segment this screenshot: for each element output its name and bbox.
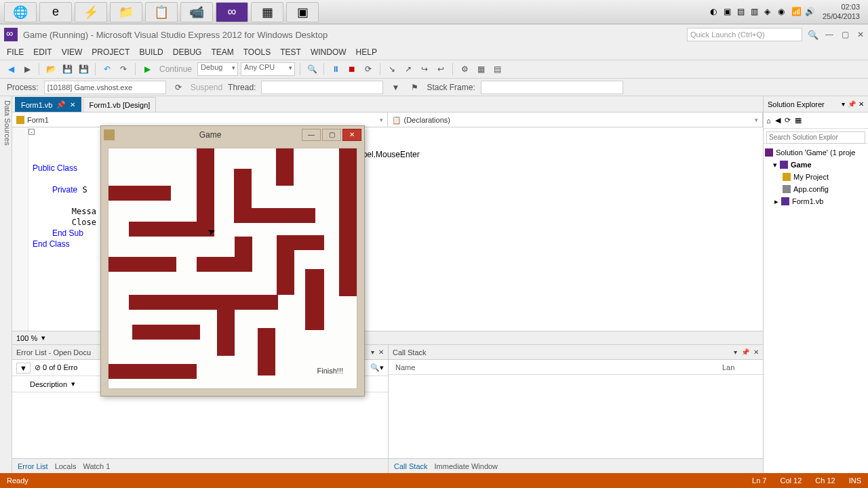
step-icon[interactable]: ↗ <box>401 62 415 76</box>
maze-wall[interactable] <box>234 169 252 208</box>
cycle-icon[interactable]: ⟳ <box>172 81 185 94</box>
process-combo[interactable]: [10188] Game.vshost.exe <box>44 81 166 94</box>
error-count[interactable]: ⊘ 0 of 0 Erro <box>35 363 77 372</box>
close-icon[interactable]: ✕ <box>859 100 864 108</box>
stop-icon[interactable]: ⏹ <box>345 62 359 76</box>
close-button[interactable]: ✕ <box>342 129 361 141</box>
nav-fwd-icon[interactable]: ▶ <box>20 62 34 76</box>
close-icon[interactable]: ✕ <box>70 101 75 108</box>
saveall-icon[interactable]: 💾 <box>77 62 90 76</box>
dropdown-icon[interactable]: ▾ <box>842 100 845 108</box>
step-icon[interactable]: ↪ <box>418 62 431 76</box>
game-titlebar[interactable]: Game — ▢ ✕ <box>101 126 364 144</box>
menu-debug[interactable]: DEBUG <box>173 47 202 57</box>
taskbar-chrome-icon[interactable]: 🌐 <box>4 2 37 22</box>
pin-icon[interactable]: 📌 <box>56 100 66 109</box>
menu-build[interactable]: BUILD <box>139 47 163 57</box>
maze-wall[interactable] <box>234 208 315 223</box>
finish-label[interactable]: Finish!!! <box>317 367 343 375</box>
stackframe-combo[interactable] <box>481 81 623 94</box>
maze-wall[interactable] <box>129 222 214 237</box>
maze-wall[interactable] <box>217 295 235 356</box>
menu-help[interactable]: HELP <box>356 47 377 57</box>
tray-icon[interactable]: ▣ <box>724 7 734 18</box>
maze-wall[interactable] <box>258 328 275 375</box>
menu-project[interactable]: PROJECT <box>92 47 130 57</box>
dropdown-icon[interactable]: ▾ <box>371 348 374 356</box>
zoom-value[interactable]: 100 % <box>16 334 37 342</box>
maze-wall[interactable] <box>339 148 357 296</box>
close-icon[interactable]: ✕ <box>753 348 759 356</box>
thread-combo[interactable] <box>261 81 383 94</box>
maze-wall[interactable] <box>235 237 252 272</box>
taskbar-camera-icon[interactable]: 📹 <box>180 2 213 22</box>
restart-icon[interactable]: ⟳ <box>361 62 375 76</box>
filter-icon[interactable]: ▼ <box>16 363 31 373</box>
taskbar-vs-icon[interactable]: ∞ <box>216 2 248 22</box>
left-toolwindow-tab[interactable]: Data Sources <box>0 96 12 473</box>
menu-edit[interactable]: EDIT <box>33 47 52 57</box>
dropdown-icon[interactable]: ▾ <box>41 333 45 342</box>
find-icon[interactable]: 🔍 <box>305 62 319 76</box>
pin-icon[interactable]: 📌 <box>848 100 856 108</box>
pause-icon[interactable]: ⏸ <box>329 62 342 76</box>
solution-search-input[interactable] <box>766 131 865 144</box>
menu-view[interactable]: VIEW <box>62 47 83 57</box>
minimize-button[interactable]: — <box>302 129 321 141</box>
menu-team[interactable]: TEAM <box>211 47 233 57</box>
game-surface[interactable]: Finish!!! ➤ <box>108 148 357 389</box>
maze-wall[interactable] <box>276 148 294 186</box>
taskbar-game-icon[interactable]: ▣ <box>286 2 319 22</box>
outline-toggle[interactable]: - <box>28 129 35 139</box>
maze-wall[interactable] <box>305 269 324 330</box>
tray-icon[interactable]: ▤ <box>737 7 748 18</box>
back-icon[interactable]: ◀ <box>775 116 781 125</box>
dropdown-icon[interactable]: ▾ <box>734 348 737 356</box>
redo-icon[interactable]: ↷ <box>117 62 130 76</box>
taskbar-notes-icon[interactable]: 📋 <box>145 2 178 22</box>
tab-form1-design[interactable]: Form1.vb [Design] <box>83 97 156 112</box>
tab-callstack[interactable]: Call Stack <box>394 462 428 470</box>
tab-immediate[interactable]: Immediate Window <box>435 462 498 470</box>
menu-file[interactable]: FILE <box>7 47 24 57</box>
open-icon[interactable]: 📂 <box>44 62 58 76</box>
quick-launch-input[interactable]: Quick Launch (Ctrl+Q) <box>687 28 802 41</box>
expand-icon[interactable]: ▸ <box>774 197 778 206</box>
game-window[interactable]: Game — ▢ ✕ Finish!!! ➤ <box>100 125 365 396</box>
solution-tree[interactable]: Solution 'Game' (1 proje ▾Game My Projec… <box>764 144 868 473</box>
tool-icon[interactable]: ▤ <box>490 62 504 76</box>
maze-wall[interactable] <box>108 186 171 201</box>
pin-icon[interactable]: 📌 <box>741 348 749 356</box>
maximize-button[interactable]: ▢ <box>842 30 849 39</box>
tool-icon[interactable]: ⚙ <box>458 62 471 76</box>
maze-wall[interactable] <box>129 295 278 310</box>
flag-icon[interactable]: ⚑ <box>408 81 421 94</box>
search-errors[interactable]: 🔍▾ <box>370 363 384 372</box>
tab-form1-vb[interactable]: Form1.vb 📌 ✕ <box>15 97 81 112</box>
taskbar-ie-icon[interactable]: e <box>39 2 72 22</box>
maze-wall[interactable] <box>108 364 197 379</box>
menu-tools[interactable]: TOOLS <box>243 47 271 57</box>
tab-watch1[interactable]: Watch 1 <box>83 462 110 470</box>
search-icon[interactable]: 🔍 <box>808 30 818 40</box>
menu-window[interactable]: WINDOW <box>311 47 347 57</box>
maze-wall[interactable] <box>277 235 294 295</box>
tray-volume-icon[interactable]: 🔊 <box>805 7 816 18</box>
class-combo-right[interactable]: 📋 (Declarations) <box>388 113 764 127</box>
maximize-button[interactable]: ▢ <box>322 129 341 141</box>
refresh-icon[interactable]: ⟳ <box>785 116 791 125</box>
close-button[interactable]: ✕ <box>857 30 864 39</box>
showall-icon[interactable]: ▦ <box>795 116 802 125</box>
step-icon[interactable]: ↘ <box>385 62 399 76</box>
minimize-button[interactable]: — <box>825 30 833 39</box>
col-lang[interactable]: Lan <box>722 363 763 371</box>
col-name[interactable]: Name <box>389 363 722 371</box>
menu-test[interactable]: TEST <box>280 47 301 57</box>
tray-icon[interactable]: ◈ <box>764 7 775 18</box>
tab-errorlist[interactable]: Error List <box>18 462 48 470</box>
tray-clock[interactable]: 02:03 25/04/2013 <box>823 3 860 20</box>
continue-icon[interactable]: ▶ <box>140 62 154 76</box>
platform-combo[interactable]: Any CPU <box>241 62 295 76</box>
close-icon[interactable]: ✕ <box>378 348 384 356</box>
taskbar-app-icon[interactable]: ▦ <box>251 2 283 22</box>
